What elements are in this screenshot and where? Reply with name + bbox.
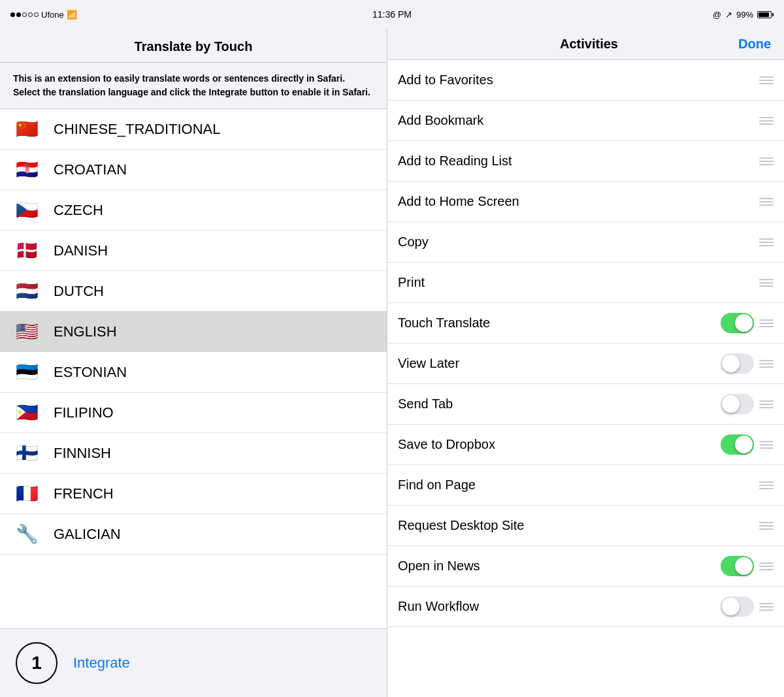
lang-name-french: FRENCH [54,485,114,502]
drag-handle-find-on-page[interactable] [759,481,774,489]
language-item-chinese_traditional[interactable]: 🇨🇳CHINESE_TRADITIONAL [0,109,387,150]
drag-handle-add-home-screen[interactable] [759,198,774,206]
drag-line [759,404,774,405]
language-list[interactable]: 🇨🇳CHINESE_TRADITIONAL🇭🇷CROATIAN🇨🇿CZECH🇩🇰… [0,108,387,629]
drag-line [759,481,774,483]
toggle-run-workflow[interactable] [721,596,754,617]
drag-handle-send-tab[interactable] [759,400,774,408]
status-right: @ ↗ 99% [713,10,774,20]
drag-line [759,76,774,78]
at-icon: @ [713,10,721,20]
battery-icon [757,11,774,18]
drag-line [759,157,774,159]
drag-line [759,117,774,118]
drag-line [759,488,774,489]
language-item-czech[interactable]: 🇨🇿CZECH [0,190,387,231]
signal-dot-2 [16,12,21,17]
drag-handle-add-bookmark[interactable] [759,117,774,125]
toggle-save-dropbox[interactable] [721,434,754,455]
drag-line [759,123,774,125]
toggle-send-tab[interactable] [721,394,754,414]
toggle-open-in-news[interactable] [721,556,754,576]
flag-french: 🇫🇷 [10,483,43,505]
carrier-info: Ufone 📶 [10,10,77,20]
language-item-english[interactable]: 🇺🇸ENGLISH [0,312,387,352]
drag-line [759,400,774,402]
lang-name-filipino: FILIPINO [54,404,114,421]
done-button[interactable]: Done [738,37,771,52]
integrate-button[interactable]: Integrate [73,655,130,672]
drag-handle-open-in-news[interactable] [759,562,774,570]
language-item-danish[interactable]: 🇩🇰DANISH [0,231,387,271]
drag-handle-copy[interactable] [759,238,774,246]
drag-line [759,366,774,368]
right-panel: Activities Done Add to FavoritesAdd Book… [387,29,784,697]
activity-item-save-dropbox[interactable]: Save to Dropbox [387,425,784,465]
language-item-filipino[interactable]: 🇵🇭FILIPINO [0,393,387,433]
location-icon: ↗ [725,10,732,20]
drag-handle-print[interactable] [759,279,774,287]
drag-line [759,279,774,280]
drag-handle-save-dropbox[interactable] [759,441,774,449]
activity-name-print: Print [398,275,754,290]
drag-line [759,441,774,442]
activity-item-add-bookmark: Add Bookmark [387,101,784,141]
signal-dot-5 [34,12,39,17]
status-time: 11:36 PM [372,9,412,20]
activity-name-copy: Copy [398,235,754,250]
drag-line [759,319,774,321]
language-item-estonian[interactable]: 🇪🇪ESTONIAN [0,352,387,393]
drag-line [759,204,774,206]
language-item-french[interactable]: 🇫🇷FRENCH [0,474,387,514]
drag-line [759,522,774,523]
drag-line [759,282,774,284]
toggle-knob-touch-translate [735,314,753,332]
activity-name-add-favorites: Add to Favorites [398,73,754,88]
flag-croatian: 🇭🇷 [10,159,43,181]
drag-line [759,447,774,449]
drag-handle-add-favorites[interactable] [759,76,774,84]
signal-strength [10,12,39,17]
flag-finnish: 🇫🇮 [10,442,43,464]
toggle-knob-save-dropbox [735,436,753,453]
language-item-finnish[interactable]: 🇫🇮FINNISH [0,433,387,474]
activity-item-touch-translate[interactable]: Touch Translate [387,303,784,344]
step-circle: 1 [16,642,57,684]
activity-item-run-workflow[interactable]: Run Workflow [387,587,784,627]
activity-name-add-bookmark: Add Bookmark [398,113,754,128]
app-description: This is an extension to easily translate… [0,63,387,108]
flag-danish: 🇩🇰 [10,240,43,262]
drag-handle-run-workflow[interactable] [759,603,774,611]
drag-handle-add-reading-list[interactable] [759,157,774,165]
activity-name-add-home-screen: Add to Home Screen [398,194,754,209]
activity-item-copy: Copy [387,222,784,263]
drag-line [759,603,774,604]
wifi-icon: 📶 [67,10,77,20]
activity-item-view-later[interactable]: View Later [387,344,784,384]
toggle-touch-translate[interactable] [721,313,754,333]
drag-handle-touch-translate[interactable] [759,319,774,327]
drag-line [759,323,774,324]
activity-name-request-desktop: Request Desktop Site [398,518,754,533]
drag-line [759,326,774,327]
toggle-knob-view-later [722,355,740,372]
signal-dot-3 [22,12,27,17]
toggle-view-later[interactable] [721,353,754,374]
language-item-croatian[interactable]: 🇭🇷CROATIAN [0,150,387,190]
left-footer: 1 Integrate [0,629,387,697]
flag-chinese_traditional: 🇨🇳 [10,118,43,140]
activity-name-send-tab: Send Tab [398,397,721,412]
language-item-galician[interactable]: 🔧GALICIAN [0,514,387,555]
drag-line [759,606,774,608]
drag-handle-request-desktop[interactable] [759,522,774,530]
activity-item-open-in-news[interactable]: Open in News [387,546,784,587]
activity-item-find-on-page: Find on Page [387,465,784,506]
drag-line [759,285,774,287]
language-item-dutch[interactable]: 🇳🇱DUTCH [0,271,387,312]
activity-item-send-tab[interactable]: Send Tab [387,384,784,425]
activity-name-view-later: View Later [398,356,721,371]
drag-line [759,80,774,81]
drag-handle-view-later[interactable] [759,360,774,368]
drag-line [759,245,774,246]
status-bar: Ufone 📶 11:36 PM @ ↗ 99% [0,0,784,29]
